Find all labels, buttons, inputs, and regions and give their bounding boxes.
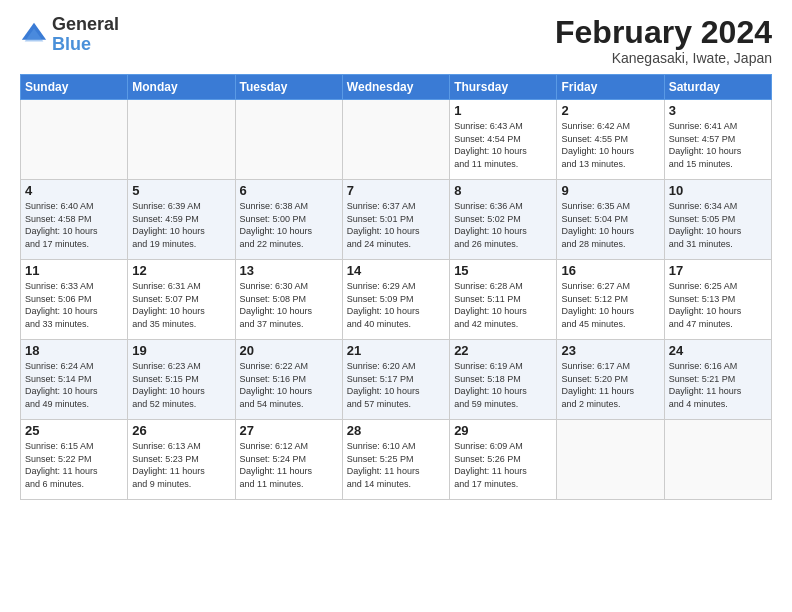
day-number: 21	[347, 343, 445, 358]
calendar-week-row: 25Sunrise: 6:15 AMSunset: 5:22 PMDayligh…	[21, 420, 772, 500]
col-sunday: Sunday	[21, 75, 128, 100]
day-number: 23	[561, 343, 659, 358]
day-number: 22	[454, 343, 552, 358]
calendar-week-row: 11Sunrise: 6:33 AMSunset: 5:06 PMDayligh…	[21, 260, 772, 340]
table-row: 15Sunrise: 6:28 AMSunset: 5:11 PMDayligh…	[450, 260, 557, 340]
logo-blue: Blue	[52, 35, 119, 55]
col-thursday: Thursday	[450, 75, 557, 100]
table-row	[664, 420, 771, 500]
day-number: 13	[240, 263, 338, 278]
day-info: Sunrise: 6:30 AMSunset: 5:08 PMDaylight:…	[240, 280, 338, 330]
table-row: 25Sunrise: 6:15 AMSunset: 5:22 PMDayligh…	[21, 420, 128, 500]
table-row: 2Sunrise: 6:42 AMSunset: 4:55 PMDaylight…	[557, 100, 664, 180]
table-row: 28Sunrise: 6:10 AMSunset: 5:25 PMDayligh…	[342, 420, 449, 500]
table-row	[342, 100, 449, 180]
day-info: Sunrise: 6:38 AMSunset: 5:00 PMDaylight:…	[240, 200, 338, 250]
col-saturday: Saturday	[664, 75, 771, 100]
logo-icon	[20, 21, 48, 49]
calendar-week-row: 1Sunrise: 6:43 AMSunset: 4:54 PMDaylight…	[21, 100, 772, 180]
day-number: 18	[25, 343, 123, 358]
day-number: 28	[347, 423, 445, 438]
table-row: 23Sunrise: 6:17 AMSunset: 5:20 PMDayligh…	[557, 340, 664, 420]
table-row: 27Sunrise: 6:12 AMSunset: 5:24 PMDayligh…	[235, 420, 342, 500]
day-info: Sunrise: 6:16 AMSunset: 5:21 PMDaylight:…	[669, 360, 767, 410]
day-info: Sunrise: 6:20 AMSunset: 5:17 PMDaylight:…	[347, 360, 445, 410]
logo-general: General	[52, 15, 119, 35]
day-info: Sunrise: 6:33 AMSunset: 5:06 PMDaylight:…	[25, 280, 123, 330]
day-info: Sunrise: 6:31 AMSunset: 5:07 PMDaylight:…	[132, 280, 230, 330]
day-info: Sunrise: 6:12 AMSunset: 5:24 PMDaylight:…	[240, 440, 338, 490]
table-row: 8Sunrise: 6:36 AMSunset: 5:02 PMDaylight…	[450, 180, 557, 260]
day-info: Sunrise: 6:35 AMSunset: 5:04 PMDaylight:…	[561, 200, 659, 250]
table-row: 29Sunrise: 6:09 AMSunset: 5:26 PMDayligh…	[450, 420, 557, 500]
day-info: Sunrise: 6:19 AMSunset: 5:18 PMDaylight:…	[454, 360, 552, 410]
table-row: 1Sunrise: 6:43 AMSunset: 4:54 PMDaylight…	[450, 100, 557, 180]
day-info: Sunrise: 6:37 AMSunset: 5:01 PMDaylight:…	[347, 200, 445, 250]
day-number: 26	[132, 423, 230, 438]
day-number: 5	[132, 183, 230, 198]
table-row: 11Sunrise: 6:33 AMSunset: 5:06 PMDayligh…	[21, 260, 128, 340]
main-title: February 2024	[555, 15, 772, 50]
table-row: 6Sunrise: 6:38 AMSunset: 5:00 PMDaylight…	[235, 180, 342, 260]
day-number: 11	[25, 263, 123, 278]
location-subtitle: Kanegasaki, Iwate, Japan	[555, 50, 772, 66]
day-number: 1	[454, 103, 552, 118]
calendar-header-row: Sunday Monday Tuesday Wednesday Thursday…	[21, 75, 772, 100]
day-info: Sunrise: 6:34 AMSunset: 5:05 PMDaylight:…	[669, 200, 767, 250]
day-number: 14	[347, 263, 445, 278]
calendar-page: General Blue February 2024 Kanegasaki, I…	[0, 0, 792, 612]
col-monday: Monday	[128, 75, 235, 100]
day-info: Sunrise: 6:28 AMSunset: 5:11 PMDaylight:…	[454, 280, 552, 330]
day-info: Sunrise: 6:25 AMSunset: 5:13 PMDaylight:…	[669, 280, 767, 330]
day-number: 16	[561, 263, 659, 278]
day-number: 9	[561, 183, 659, 198]
day-number: 27	[240, 423, 338, 438]
table-row: 21Sunrise: 6:20 AMSunset: 5:17 PMDayligh…	[342, 340, 449, 420]
day-info: Sunrise: 6:40 AMSunset: 4:58 PMDaylight:…	[25, 200, 123, 250]
logo: General Blue	[20, 15, 119, 55]
calendar-table: Sunday Monday Tuesday Wednesday Thursday…	[20, 74, 772, 500]
table-row: 9Sunrise: 6:35 AMSunset: 5:04 PMDaylight…	[557, 180, 664, 260]
day-number: 3	[669, 103, 767, 118]
day-info: Sunrise: 6:17 AMSunset: 5:20 PMDaylight:…	[561, 360, 659, 410]
table-row	[128, 100, 235, 180]
table-row: 17Sunrise: 6:25 AMSunset: 5:13 PMDayligh…	[664, 260, 771, 340]
table-row	[21, 100, 128, 180]
day-info: Sunrise: 6:09 AMSunset: 5:26 PMDaylight:…	[454, 440, 552, 490]
table-row: 19Sunrise: 6:23 AMSunset: 5:15 PMDayligh…	[128, 340, 235, 420]
table-row: 4Sunrise: 6:40 AMSunset: 4:58 PMDaylight…	[21, 180, 128, 260]
header: General Blue February 2024 Kanegasaki, I…	[20, 15, 772, 66]
day-number: 19	[132, 343, 230, 358]
day-number: 29	[454, 423, 552, 438]
day-number: 20	[240, 343, 338, 358]
day-number: 15	[454, 263, 552, 278]
day-number: 24	[669, 343, 767, 358]
table-row: 3Sunrise: 6:41 AMSunset: 4:57 PMDaylight…	[664, 100, 771, 180]
calendar-week-row: 18Sunrise: 6:24 AMSunset: 5:14 PMDayligh…	[21, 340, 772, 420]
day-info: Sunrise: 6:42 AMSunset: 4:55 PMDaylight:…	[561, 120, 659, 170]
table-row: 26Sunrise: 6:13 AMSunset: 5:23 PMDayligh…	[128, 420, 235, 500]
title-area: February 2024 Kanegasaki, Iwate, Japan	[555, 15, 772, 66]
day-number: 6	[240, 183, 338, 198]
day-number: 10	[669, 183, 767, 198]
col-tuesday: Tuesday	[235, 75, 342, 100]
table-row: 13Sunrise: 6:30 AMSunset: 5:08 PMDayligh…	[235, 260, 342, 340]
day-info: Sunrise: 6:13 AMSunset: 5:23 PMDaylight:…	[132, 440, 230, 490]
table-row: 10Sunrise: 6:34 AMSunset: 5:05 PMDayligh…	[664, 180, 771, 260]
day-info: Sunrise: 6:27 AMSunset: 5:12 PMDaylight:…	[561, 280, 659, 330]
day-number: 4	[25, 183, 123, 198]
table-row: 24Sunrise: 6:16 AMSunset: 5:21 PMDayligh…	[664, 340, 771, 420]
day-number: 2	[561, 103, 659, 118]
col-wednesday: Wednesday	[342, 75, 449, 100]
table-row	[557, 420, 664, 500]
table-row: 14Sunrise: 6:29 AMSunset: 5:09 PMDayligh…	[342, 260, 449, 340]
day-info: Sunrise: 6:23 AMSunset: 5:15 PMDaylight:…	[132, 360, 230, 410]
day-info: Sunrise: 6:10 AMSunset: 5:25 PMDaylight:…	[347, 440, 445, 490]
day-info: Sunrise: 6:36 AMSunset: 5:02 PMDaylight:…	[454, 200, 552, 250]
day-info: Sunrise: 6:15 AMSunset: 5:22 PMDaylight:…	[25, 440, 123, 490]
table-row: 12Sunrise: 6:31 AMSunset: 5:07 PMDayligh…	[128, 260, 235, 340]
day-number: 25	[25, 423, 123, 438]
table-row: 5Sunrise: 6:39 AMSunset: 4:59 PMDaylight…	[128, 180, 235, 260]
table-row: 22Sunrise: 6:19 AMSunset: 5:18 PMDayligh…	[450, 340, 557, 420]
day-info: Sunrise: 6:39 AMSunset: 4:59 PMDaylight:…	[132, 200, 230, 250]
